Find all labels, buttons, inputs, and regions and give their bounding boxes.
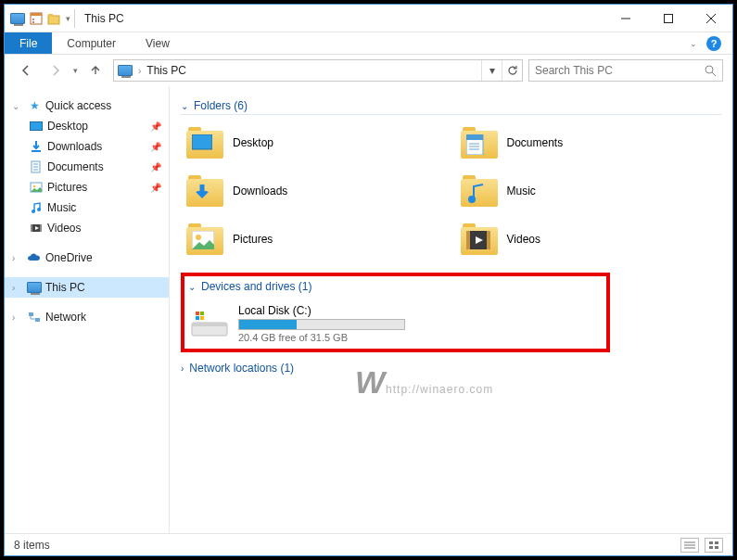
chevron-down-icon[interactable]: ⌄ — [12, 101, 23, 111]
ribbon-tabs: File Computer View ⌄ ? — [5, 32, 732, 55]
svg-rect-4 — [48, 16, 59, 24]
up-button[interactable] — [83, 58, 108, 83]
tree-label: Videos — [47, 222, 81, 235]
folder-icon — [186, 127, 223, 159]
svg-rect-23 — [40, 224, 42, 232]
history-dropdown-icon[interactable]: ▾ — [73, 66, 78, 75]
qat-newfolder-icon[interactable] — [47, 11, 62, 26]
forward-button[interactable] — [44, 58, 68, 83]
tree-pictures[interactable]: Pictures 📌 — [5, 177, 169, 197]
nav-tree: ⌄ ★ Quick access Desktop 📌 Downloads 📌 D… — [5, 86, 170, 533]
tree-network[interactable]: › Network — [5, 307, 169, 327]
tab-file[interactable]: File — [5, 32, 52, 54]
pin-icon: 📌 — [150, 121, 161, 132]
drive-meta: Local Disk (C:) 20.4 GB free of 31.5 GB — [238, 304, 405, 343]
pin-icon: 📌 — [150, 183, 161, 193]
status-bar: 8 items — [5, 533, 732, 555]
breadcrumb[interactable]: This PC — [146, 64, 186, 77]
tab-computer[interactable]: Computer — [52, 32, 131, 54]
folder-desktop[interactable]: Desktop — [181, 121, 448, 165]
address-dropdown-icon[interactable]: ▾ — [481, 60, 502, 81]
svg-rect-36 — [466, 231, 470, 249]
folder-label: Desktop — [233, 136, 273, 149]
annotation-highlight: ⌄ Devices and drives (1) Local Disk (C:)… — [181, 273, 610, 352]
pictures-icon — [29, 180, 44, 195]
group-label: Network locations (1) — [189, 362, 294, 375]
svg-rect-28 — [466, 134, 483, 140]
group-header-network[interactable]: › Network locations (1) — [181, 358, 721, 380]
tree-onedrive[interactable]: › OneDrive — [5, 248, 169, 268]
quick-access-toolbar: ▾ — [5, 11, 70, 26]
drive-local-disk[interactable]: Local Disk (C:) 20.4 GB free of 31.5 GB — [184, 299, 606, 349]
back-button[interactable] — [14, 58, 38, 83]
window-controls — [604, 5, 732, 32]
chevron-right-icon: › — [138, 66, 141, 76]
tree-label: Documents — [47, 160, 104, 173]
view-icons-button[interactable] — [705, 538, 723, 553]
pin-icon: 📌 — [150, 142, 161, 152]
svg-rect-12 — [32, 150, 41, 152]
maximize-button[interactable] — [647, 5, 690, 32]
svg-rect-22 — [31, 224, 32, 232]
refresh-button[interactable] — [502, 60, 522, 81]
group-header-drives[interactable]: ⌄ Devices and drives (1) — [184, 276, 606, 299]
folder-downloads[interactable]: Downloads — [181, 169, 448, 213]
chevron-right-icon[interactable]: › — [12, 283, 23, 293]
close-button[interactable] — [690, 5, 732, 32]
folder-grid: Desktop Documents Downloads — [181, 121, 721, 261]
tree-label: Quick access — [45, 99, 111, 112]
search-input[interactable] — [535, 64, 699, 77]
tree-music[interactable]: Music — [5, 197, 169, 218]
minimize-button[interactable] — [604, 5, 647, 32]
folder-music[interactable]: Music — [455, 169, 722, 213]
qat-customize-icon[interactable]: ▾ — [66, 14, 70, 23]
chevron-right-icon[interactable]: › — [12, 312, 23, 323]
nav-toolbar: ▾ › This PC ▾ — [5, 55, 732, 86]
ribbon-expand-icon[interactable]: ⌄ — [690, 39, 697, 48]
folder-label: Music — [507, 185, 536, 197]
tree-this-pc[interactable]: › This PC — [5, 277, 169, 298]
music-icon — [29, 200, 44, 215]
capacity-fill — [239, 320, 297, 329]
folder-documents[interactable]: Documents — [455, 121, 722, 165]
videos-icon — [29, 221, 44, 235]
svg-rect-48 — [709, 541, 713, 544]
search-icon — [705, 65, 717, 77]
chevron-right-icon[interactable]: › — [12, 253, 23, 263]
svg-rect-49 — [715, 541, 718, 544]
folder-label: Documents — [507, 136, 564, 149]
address-bar[interactable]: › This PC ▾ — [113, 59, 523, 82]
qat-props-icon[interactable] — [29, 11, 44, 26]
folder-icon — [461, 127, 498, 159]
qat-separator — [74, 9, 75, 28]
tree-quick-access[interactable]: ⌄ ★ Quick access — [5, 95, 169, 116]
tree-videos[interactable]: Videos — [5, 218, 169, 238]
group-separator — [181, 114, 721, 115]
tree-label: Desktop — [47, 120, 88, 133]
folder-pictures[interactable]: Pictures — [181, 217, 448, 261]
drive-icon — [190, 308, 229, 339]
svg-line-11 — [712, 72, 716, 76]
tree-documents[interactable]: Documents 📌 — [5, 157, 169, 177]
folder-icon — [461, 175, 498, 207]
titlebar: ▾ This PC — [5, 5, 732, 32]
content-pane: ⌄ Folders (6) Desktop — [170, 86, 732, 533]
svg-rect-50 — [709, 546, 713, 549]
downloads-icon — [29, 139, 44, 154]
folder-icon — [186, 175, 223, 207]
folder-videos[interactable]: Videos — [455, 217, 722, 261]
tree-desktop[interactable]: Desktop 📌 — [5, 116, 169, 136]
svg-rect-44 — [200, 316, 204, 320]
help-icon[interactable]: ? — [706, 36, 721, 51]
svg-point-18 — [33, 185, 36, 188]
chevron-down-icon: ⌄ — [188, 282, 196, 292]
tree-downloads[interactable]: Downloads 📌 — [5, 136, 169, 157]
view-details-button[interactable] — [680, 538, 699, 553]
explorer-body: ⌄ ★ Quick access Desktop 📌 Downloads 📌 D… — [5, 86, 732, 533]
address-icon — [118, 63, 133, 78]
svg-point-32 — [468, 196, 476, 203]
tab-view[interactable]: View — [131, 32, 184, 54]
search-box[interactable] — [528, 59, 723, 82]
folder-label: Pictures — [233, 233, 273, 246]
folder-icon — [461, 223, 498, 255]
